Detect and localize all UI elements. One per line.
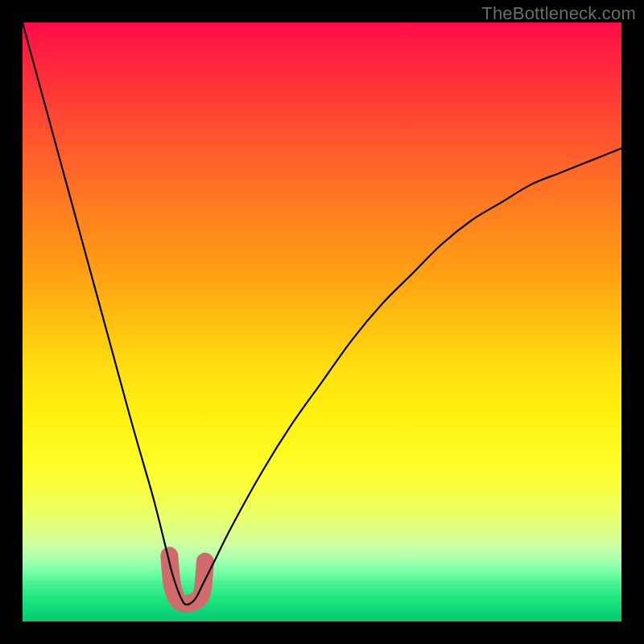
plot-svg (23, 23, 621, 621)
watermark-text: TheBottleneck.com (481, 3, 636, 24)
bottleneck-curve (23, 23, 621, 605)
